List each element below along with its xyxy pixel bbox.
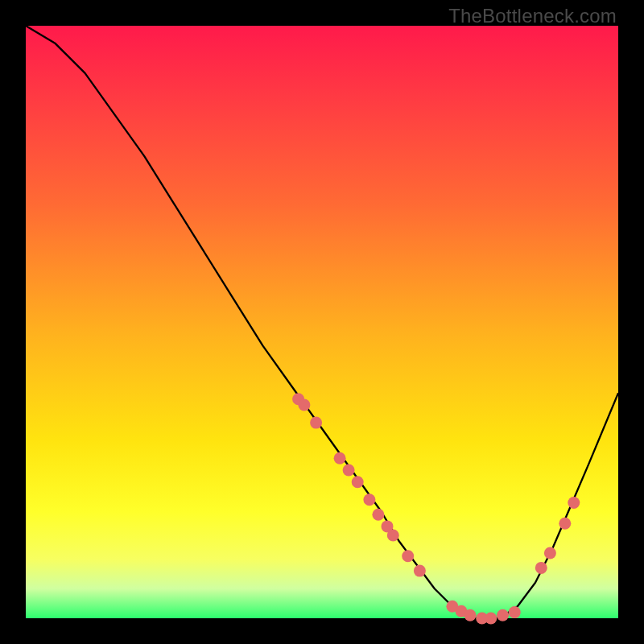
data-marker: [544, 547, 556, 559]
watermark-label: TheBottleneck.com: [448, 5, 617, 27]
data-marker: [310, 417, 322, 429]
data-marker: [414, 565, 426, 577]
data-marker: [559, 518, 571, 530]
data-marker: [535, 562, 547, 574]
data-marker: [372, 509, 384, 521]
chart-frame: TheBottleneck.com: [0, 0, 644, 644]
data-marker: [568, 497, 580, 509]
bottleneck-curve: [26, 26, 618, 618]
curve-canvas: [26, 26, 618, 618]
data-marker: [363, 493, 375, 506]
data-marker: [298, 399, 310, 411]
data-marker: [497, 609, 509, 621]
data-marker: [485, 613, 497, 625]
data-marker: [402, 550, 414, 562]
data-marker: [387, 530, 399, 542]
data-marker: [343, 464, 355, 477]
data-marker: [509, 606, 521, 618]
data-marker: [352, 476, 364, 488]
data-marker: [464, 609, 477, 621]
plot-area: [26, 26, 618, 618]
data-marker: [334, 452, 346, 464]
